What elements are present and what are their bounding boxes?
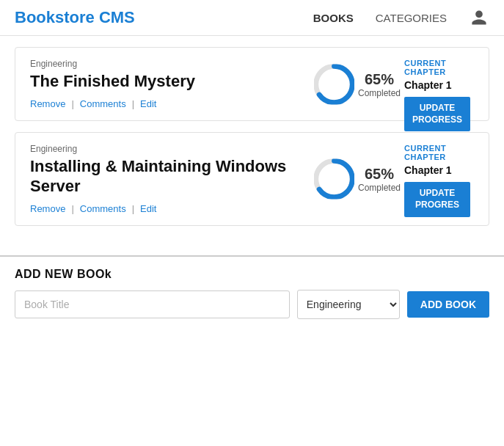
add-section-title: ADD NEW BOOk: [15, 268, 489, 281]
remove-link-2[interactable]: Remove: [30, 203, 65, 214]
update-progress-btn-1[interactable]: UPDATE PROGRESS: [404, 97, 470, 131]
progress-pct-1: 65%: [358, 70, 401, 87]
book-title-1: The Finished Mystery: [30, 72, 294, 91]
chapter-area-2: CURRENT CHAPTER Chapter 1 UPDATE PROGRES: [404, 144, 481, 216]
section-divider: [0, 255, 504, 257]
edit-link-1[interactable]: Edit: [140, 98, 156, 109]
nav-books[interactable]: BOOKS: [313, 12, 354, 24]
nav-categories[interactable]: CATEGORIES: [376, 12, 447, 24]
progress-text-2: 65% Completed: [358, 166, 401, 193]
progress-ring-2: [314, 159, 354, 200]
current-chapter-label-2: CURRENT CHAPTER: [404, 144, 481, 161]
progress-area-2: 65% Completed: [314, 159, 401, 200]
progress-ring-1: [314, 64, 354, 104]
sep4: |: [132, 203, 134, 214]
sep1: |: [71, 98, 73, 109]
chapter-area-1: CURRENT CHAPTER Chapter 1 UPDATE PROGRES…: [404, 59, 481, 131]
progress-text-1: 65% Completed: [358, 70, 401, 98]
book-title-2: Installing & Maintaining Windows Server: [30, 157, 294, 196]
header: Bookstore CMS BOOKS CATEGORIES: [0, 0, 504, 36]
sep3: |: [71, 203, 73, 214]
comments-link-2[interactable]: Comments: [80, 203, 126, 214]
progress-pct-2: 65%: [358, 166, 401, 183]
progress-label-1: Completed: [358, 87, 401, 98]
edit-link-2[interactable]: Edit: [140, 203, 156, 214]
logo: Bookstore CMS: [15, 8, 135, 27]
chapter-value-2: Chapter 1: [404, 164, 481, 176]
add-book-form: Engineering Fiction Science History ADD …: [15, 290, 489, 319]
progress-label-2: Completed: [358, 183, 401, 193]
main-content: Engineering The Finished Mystery Remove …: [0, 36, 504, 248]
add-book-button[interactable]: ADD BOOK: [407, 291, 489, 318]
chapter-value-1: Chapter 1: [404, 79, 481, 91]
category-select[interactable]: Engineering Fiction Science History: [297, 290, 400, 319]
add-book-section: ADD NEW BOOk Engineering Fiction Science…: [0, 268, 504, 334]
book-card-2: Engineering Installing & Maintaining Win…: [15, 132, 489, 226]
current-chapter-label-1: CURRENT CHAPTER: [404, 59, 481, 76]
remove-link-1[interactable]: Remove: [30, 98, 65, 109]
update-progress-btn-2[interactable]: UPDATE PROGRES: [404, 182, 470, 216]
main-nav: BOOKS CATEGORIES: [313, 12, 447, 24]
book-title-input[interactable]: [15, 290, 290, 318]
book-card-1: Engineering The Finished Mystery Remove …: [15, 47, 489, 121]
comments-link-1[interactable]: Comments: [80, 98, 126, 109]
user-icon[interactable]: [469, 7, 489, 28]
sep2: |: [132, 98, 134, 109]
progress-area-1: 65% Completed: [314, 64, 401, 104]
